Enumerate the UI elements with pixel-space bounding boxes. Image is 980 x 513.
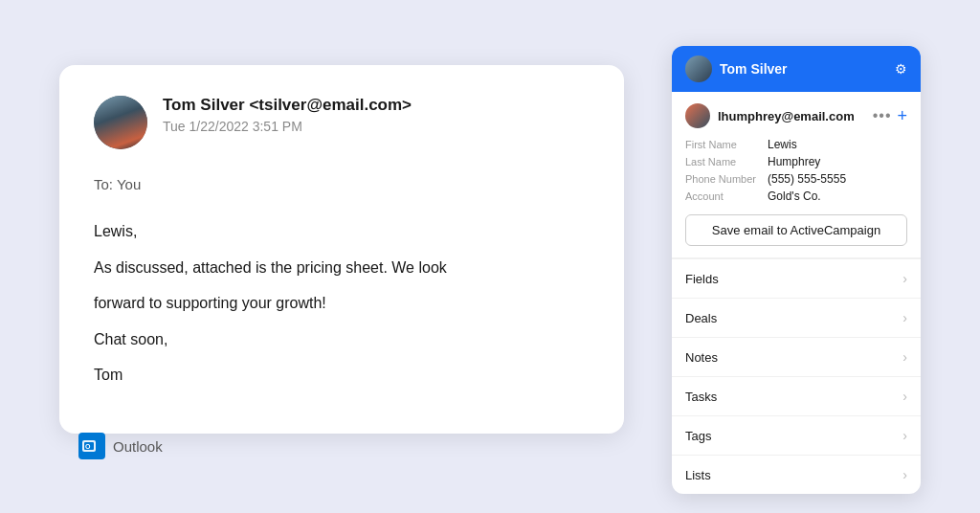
email-body-line2: forward to supporting your growth! bbox=[94, 291, 590, 316]
svg-text:O: O bbox=[85, 443, 91, 450]
section-label-lists: Lists bbox=[685, 468, 711, 482]
settings-icon[interactable]: ⚙ bbox=[895, 61, 907, 77]
section-row-tags[interactable]: Tags › bbox=[672, 416, 921, 456]
chevron-right-icon: › bbox=[902, 389, 907, 404]
section-label-tasks: Tasks bbox=[685, 390, 717, 404]
contact-email-left: lhumphrey@email.com bbox=[685, 103, 855, 128]
crm-panel: Tom Silver ⚙ lhumphrey@email.com ••• + F… bbox=[672, 46, 921, 494]
account-value: Gold's Co. bbox=[768, 190, 821, 203]
more-options-icon[interactable]: ••• bbox=[873, 107, 892, 124]
first-name-value: Lewis bbox=[768, 138, 797, 151]
email-header: Tom Silver <tsilver@email.com> Tue 1/22/… bbox=[94, 96, 590, 149]
phone-value: (555) 555-5555 bbox=[768, 172, 846, 186]
main-scene: Tom Silver <tsilver@email.com> Tue 1/22/… bbox=[59, 46, 921, 467]
email-signoff: Chat soon, bbox=[94, 327, 590, 352]
email-date: Tue 1/22/2022 3:51 PM bbox=[163, 119, 412, 134]
section-list: Fields › Deals › Notes › Tasks › Tags › … bbox=[672, 258, 921, 494]
email-signname: Tom bbox=[94, 363, 590, 388]
email-card: Tom Silver <tsilver@email.com> Tue 1/22/… bbox=[59, 65, 624, 434]
crm-header-left: Tom Silver bbox=[685, 56, 788, 82]
add-contact-icon[interactable]: + bbox=[897, 106, 907, 126]
crm-header-title: Tom Silver bbox=[720, 61, 788, 77]
outlook-icon: O bbox=[78, 433, 105, 459]
last-name-value: Humphrey bbox=[768, 155, 820, 168]
first-name-field: First Name Lewis bbox=[685, 138, 907, 151]
last-name-field: Last Name Humphrey bbox=[685, 155, 907, 168]
contact-fields: First Name Lewis Last Name Humphrey Phon… bbox=[685, 138, 907, 203]
chevron-right-icon: › bbox=[902, 349, 907, 365]
chevron-right-icon: › bbox=[902, 271, 907, 286]
last-name-label: Last Name bbox=[685, 156, 762, 167]
outlook-logo: O Outlook bbox=[78, 433, 163, 459]
crm-header: Tom Silver ⚙ bbox=[672, 46, 921, 92]
account-label: Account bbox=[685, 190, 762, 202]
section-row-fields[interactable]: Fields › bbox=[672, 259, 921, 299]
section-row-deals[interactable]: Deals › bbox=[672, 299, 921, 338]
email-body: Lewis, As discussed, attached is the pri… bbox=[94, 219, 590, 388]
contact-actions: ••• + bbox=[873, 106, 907, 126]
section-label-tags: Tags bbox=[685, 429, 711, 443]
section-label-fields: Fields bbox=[685, 272, 719, 286]
contact-info: lhumphrey@email.com ••• + First Name Lew… bbox=[672, 92, 921, 258]
section-row-lists[interactable]: Lists › bbox=[672, 456, 921, 494]
chevron-right-icon: › bbox=[902, 310, 907, 325]
chevron-right-icon: › bbox=[902, 428, 907, 443]
section-label-deals: Deals bbox=[685, 311, 717, 325]
phone-field: Phone Number (555) 555-5555 bbox=[685, 172, 907, 186]
section-row-notes[interactable]: Notes › bbox=[672, 338, 921, 377]
email-meta: Tom Silver <tsilver@email.com> Tue 1/22/… bbox=[163, 96, 412, 134]
account-field: Account Gold's Co. bbox=[685, 190, 907, 203]
contact-email-row: lhumphrey@email.com ••• + bbox=[685, 103, 907, 128]
contact-email: lhumphrey@email.com bbox=[718, 109, 855, 123]
outlook-label: Outlook bbox=[113, 438, 163, 455]
crm-header-avatar bbox=[685, 56, 712, 82]
sender-avatar bbox=[94, 96, 147, 149]
section-row-tasks[interactable]: Tasks › bbox=[672, 377, 921, 416]
email-greeting: Lewis, bbox=[94, 219, 590, 244]
first-name-label: First Name bbox=[685, 139, 762, 150]
email-to: To: You bbox=[94, 176, 590, 192]
section-label-notes: Notes bbox=[685, 350, 718, 365]
chevron-right-icon: › bbox=[902, 467, 907, 482]
contact-avatar bbox=[685, 103, 710, 128]
email-body-line1: As discussed, attached is the pricing sh… bbox=[94, 256, 590, 280]
save-email-button[interactable]: Save email to ActiveCampaign bbox=[685, 214, 907, 246]
phone-label: Phone Number bbox=[685, 173, 762, 185]
email-sender: Tom Silver <tsilver@email.com> bbox=[163, 96, 412, 115]
